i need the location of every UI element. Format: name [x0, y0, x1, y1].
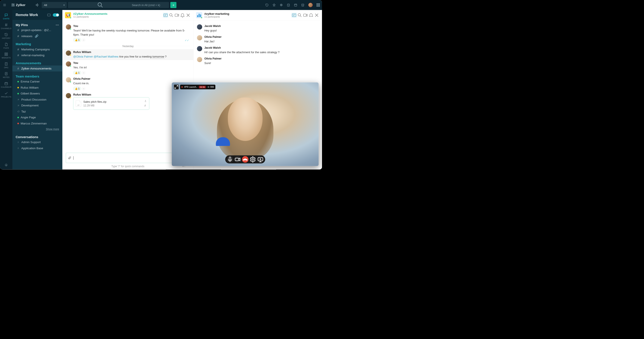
- message: You Yes. I'm in! 👍1 ☺: [62, 60, 193, 76]
- monitor-icon[interactable]: [47, 14, 50, 16]
- attach-icon[interactable]: [68, 156, 72, 160]
- avatar[interactable]: [197, 57, 202, 62]
- messages-icon[interactable]: [292, 12, 297, 18]
- rail-projects[interactable]: PROJECTS: [0, 90, 12, 99]
- section-announcements[interactable]: Announcements: [12, 58, 62, 66]
- video-call-window[interactable]: #PR Launch.. 02:39 999: [172, 82, 319, 166]
- team-item[interactable]: Marcus Zimmerman: [12, 120, 62, 127]
- search-icon[interactable]: [297, 12, 302, 18]
- rail-notes[interactable]: NOTES: [0, 71, 12, 79]
- team-item[interactable]: Rufus William: [12, 85, 62, 91]
- rail-calendar[interactable]: CALENDAR: [0, 81, 12, 89]
- reaction[interactable]: 👍1: [73, 71, 81, 75]
- mention[interactable]: @Rachael Matthew: [94, 55, 118, 58]
- camera-button[interactable]: [234, 156, 241, 163]
- app-root: Zylker All ▾ +: [0, 0, 322, 170]
- svg-point-11: [6, 165, 6, 165]
- video-icon[interactable]: [174, 12, 180, 18]
- rail-channels[interactable]: CHANNELS: [0, 22, 12, 31]
- avatar[interactable]: [197, 24, 202, 29]
- add-reaction-icon[interactable]: ☺: [82, 38, 86, 42]
- screenshare-button[interactable]: [257, 156, 264, 163]
- mention[interactable]: @Olivia Palmer: [73, 55, 93, 58]
- sidebar-item[interactable]: #referral-marketing: [12, 52, 62, 58]
- team-item[interactable]: Product Discussion: [12, 97, 62, 103]
- reminder-icon[interactable]: [287, 3, 290, 7]
- group-icon: [18, 98, 20, 100]
- avatar[interactable]: [66, 24, 71, 29]
- search-bar[interactable]: [68, 2, 169, 8]
- team-item[interactable]: Angie Page: [12, 114, 62, 120]
- sidebar-item[interactable]: #Marketing Campaigns: [12, 46, 62, 52]
- avatar[interactable]: [66, 51, 71, 56]
- share-icon[interactable]: [144, 104, 147, 107]
- end-call-button[interactable]: [242, 156, 248, 163]
- team-item[interactable]: Emma Cartner: [12, 79, 62, 85]
- more-icon[interactable]: •••: [56, 23, 59, 26]
- star-icon[interactable]: [272, 3, 276, 7]
- conversation-item[interactable]: Admin Support: [12, 139, 62, 145]
- svg-rect-8: [5, 62, 8, 65]
- team-item[interactable]: Taz: [12, 109, 62, 115]
- section-marketing[interactable]: Marketing: [12, 39, 62, 46]
- rail-files[interactable]: FILES: [0, 41, 12, 50]
- rail-chats[interactable]: CHATS: [0, 12, 12, 21]
- bell-icon[interactable]: [180, 12, 185, 18]
- bell-icon[interactable]: [308, 12, 314, 18]
- avatar[interactable]: [197, 35, 202, 40]
- link-icon: 🔗: [35, 34, 38, 38]
- messages-icon[interactable]: [163, 12, 168, 18]
- svg-rect-4: [5, 53, 6, 54]
- rail-history[interactable]: HISTORY: [0, 32, 12, 40]
- conversation-item[interactable]: Application Base: [12, 145, 62, 151]
- compose-input[interactable]: [74, 156, 188, 160]
- svg-rect-21: [197, 15, 198, 17]
- user-avatar[interactable]: [308, 3, 313, 7]
- pin-item[interactable]: #releases🔗: [12, 33, 62, 39]
- group-icon: [18, 104, 20, 107]
- mentions-icon[interactable]: [280, 3, 283, 7]
- close-icon[interactable]: [314, 12, 320, 18]
- call-settings-button[interactable]: [250, 156, 256, 163]
- reaction[interactable]: 👍1: [73, 38, 81, 42]
- rail-org[interactable]: ORG: [0, 61, 12, 70]
- section-team[interactable]: Team members: [12, 71, 62, 79]
- rail-settings[interactable]: [0, 161, 12, 170]
- apps-grid-icon[interactable]: [316, 3, 320, 7]
- close-icon[interactable]: [186, 12, 191, 18]
- rail-widgets[interactable]: WIDGETS: [0, 51, 12, 60]
- pin-item[interactable]: #project-updates : @Z...: [12, 27, 62, 33]
- avatar[interactable]: [66, 93, 71, 98]
- left-rail: CHATS CHANNELS HISTORY FILES WIDGETS ORG: [0, 10, 12, 170]
- team-item[interactable]: Development: [12, 102, 62, 109]
- expand-icon[interactable]: [174, 85, 179, 89]
- calendar-icon[interactable]: [294, 3, 297, 7]
- download-icon[interactable]: [144, 100, 147, 103]
- new-button[interactable]: +: [170, 2, 176, 8]
- smart-date[interactable]: tomorrow: [152, 55, 164, 58]
- store-icon[interactable]: [301, 3, 304, 7]
- brand-name: Zylker: [16, 3, 26, 7]
- file-size: 12.29 MB: [84, 104, 106, 107]
- show-more[interactable]: Show more: [12, 126, 62, 132]
- search-icon[interactable]: [168, 12, 174, 18]
- menu-icon[interactable]: [3, 4, 6, 6]
- team-item[interactable]: Gilbert Bowers: [12, 91, 62, 97]
- avatar[interactable]: [66, 77, 71, 82]
- svg-rect-10: [5, 82, 8, 85]
- mic-button[interactable]: [227, 156, 233, 163]
- search-input[interactable]: [132, 3, 167, 7]
- add-reaction-icon[interactable]: ☺: [82, 71, 86, 74]
- sidebar-item-active[interactable]: #Zylker-Announcements: [12, 66, 62, 72]
- avatar[interactable]: [197, 46, 202, 51]
- reaction[interactable]: 👍1: [73, 87, 81, 91]
- compose-box[interactable]: [66, 153, 190, 163]
- video-icon[interactable]: [303, 12, 308, 18]
- refresh-icon[interactable]: [265, 3, 268, 7]
- file-attachment[interactable]: ZIP Sales pitch files.zip 12.29 MB: [73, 97, 149, 110]
- remote-toggle[interactable]: [53, 13, 59, 16]
- avatar[interactable]: [66, 61, 71, 67]
- scope-selector[interactable]: All ▾: [42, 2, 67, 8]
- mute-icon[interactable]: [36, 3, 39, 7]
- add-reaction-icon[interactable]: ☺: [82, 87, 86, 90]
